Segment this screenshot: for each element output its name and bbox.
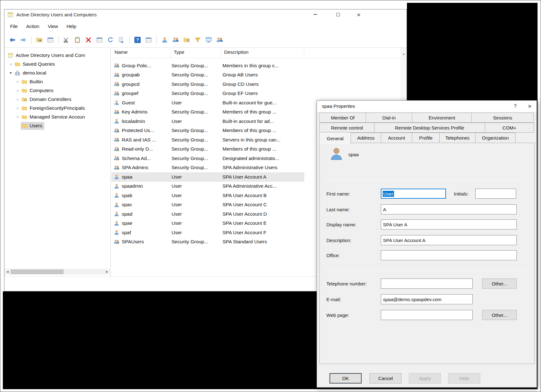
list-row[interactable]: Group Polic...Security Group...Members i…: [111, 61, 304, 70]
list-row[interactable]: spaeUserSPA User Account E: [111, 219, 304, 228]
list-row[interactable]: spacUserSPA User Account C: [111, 200, 304, 210]
back-icon[interactable]: [8, 35, 17, 45]
tab-general[interactable]: General: [319, 132, 351, 144]
list-row[interactable]: groupcdSecurity Group...Group CD Users: [111, 80, 304, 89]
list-row[interactable]: Key AdminsSecurity Group...Members of th…: [111, 108, 304, 117]
close-button[interactable]: ×: [351, 9, 367, 19]
cancel-button[interactable]: Cancel: [369, 373, 402, 384]
office-input[interactable]: [381, 250, 517, 260]
user-group-icon[interactable]: [215, 35, 224, 45]
forward-icon[interactable]: [19, 35, 28, 45]
expand-chevron-icon[interactable]: >: [8, 62, 14, 67]
telephone-other-button[interactable]: Other...: [482, 279, 517, 289]
menu-view[interactable]: View: [48, 24, 58, 29]
new-ou-icon[interactable]: [182, 35, 191, 45]
email-input[interactable]: spaa@demo.spaopdev.com: [381, 294, 473, 304]
tab-member-of[interactable]: Member Of: [319, 113, 366, 123]
tab-remote-desktop-services-profile[interactable]: Remote Desktop Services Profile: [374, 123, 485, 133]
tree-item[interactable]: ▾demo.local: [4, 69, 110, 77]
dialog-close-button[interactable]: ×: [523, 101, 536, 111]
show-console-tree-icon[interactable]: [35, 35, 44, 45]
console-window-2-icon[interactable]: [144, 35, 153, 45]
expand-chevron-icon[interactable]: >: [14, 106, 21, 111]
column-header-type[interactable]: Type: [171, 48, 221, 58]
expand-chevron-icon[interactable]: >: [14, 97, 21, 102]
tab-account[interactable]: Account: [381, 133, 412, 143]
paste-icon[interactable]: [73, 35, 82, 45]
list-row[interactable]: spaaUserSPA User Account A: [111, 172, 304, 182]
column-header-name[interactable]: Name: [111, 48, 171, 58]
last-name-input[interactable]: A: [381, 204, 517, 214]
maximize-button[interactable]: [330, 9, 346, 19]
help-button[interactable]: Help: [448, 373, 480, 384]
row-type: Security Group...: [171, 156, 221, 161]
tree-item[interactable]: Users: [4, 121, 110, 130]
tab-profile[interactable]: Profile: [412, 133, 440, 143]
tab-telephones[interactable]: Telephones: [439, 133, 476, 143]
list-row[interactable]: groupabSecurity Group...Group AB Users: [111, 70, 304, 80]
export-list-icon[interactable]: [117, 35, 126, 45]
filter-icon[interactable]: [193, 35, 202, 45]
menu-action[interactable]: Action: [26, 24, 39, 29]
list-row[interactable]: GuestUserBuilt-in account for gue...: [111, 98, 304, 108]
expand-chevron-icon[interactable]: >: [14, 80, 21, 84]
apply-button[interactable]: Apply: [409, 373, 441, 384]
tree-item[interactable]: >ForeignSecurityPrincipals: [4, 104, 110, 113]
refresh-icon[interactable]: [106, 35, 115, 45]
scroll-left-icon[interactable]: ◀: [5, 269, 10, 275]
list-row[interactable]: spadUserSPA User Account D: [111, 209, 304, 219]
console-window-icon[interactable]: [46, 35, 55, 45]
tree-item[interactable]: >Saved Queries: [4, 60, 110, 69]
computer-icon[interactable]: [204, 35, 213, 45]
initials-input[interactable]: [475, 189, 516, 199]
webpage-input[interactable]: [381, 310, 473, 320]
webpage-other-button[interactable]: Other...: [482, 310, 517, 320]
menu-file[interactable]: File: [10, 24, 18, 29]
description-input[interactable]: SPA User Account A: [381, 235, 517, 245]
expand-chevron-icon[interactable]: >: [14, 88, 21, 93]
tab-address[interactable]: Address: [351, 133, 381, 143]
ok-button[interactable]: OK: [330, 373, 362, 384]
menu-help[interactable]: Help: [66, 24, 76, 29]
tree-item[interactable]: >Managed Service Accoun: [4, 113, 110, 121]
list-row[interactable]: groupefSecurity Group...Group EF Users: [111, 89, 304, 98]
tab-com-[interactable]: COM+: [485, 123, 534, 133]
tree-item[interactable]: >Domain Controllers: [4, 95, 110, 104]
list-row[interactable]: Read-only D...Security Group...Members o…: [111, 145, 304, 154]
minimize-button[interactable]: [307, 9, 323, 19]
tree-horizontal-scrollbar[interactable]: ◀ ▶: [4, 269, 110, 275]
tab-dial-in[interactable]: Dial-in: [366, 113, 412, 123]
help-icon[interactable]: ?: [133, 35, 142, 45]
new-user-icon[interactable]: [160, 35, 169, 45]
cut-icon[interactable]: [62, 35, 71, 45]
column-header-description[interactable]: Description: [221, 48, 304, 58]
display-name-input[interactable]: SPA User A: [381, 219, 517, 229]
list-row[interactable]: RAS and IAS ...Security Group...Servers …: [111, 135, 304, 145]
list-row[interactable]: Protected Us...Security Group...Members …: [111, 126, 304, 135]
list-row[interactable]: Schema Ad...Security Group...Designated …: [111, 154, 304, 163]
list-row[interactable]: localadminUserBuilt-in account for ad...: [111, 117, 304, 126]
collapse-chevron-icon[interactable]: ▾: [8, 71, 14, 75]
list-row[interactable]: spafUserSPA User Account F: [111, 228, 304, 237]
new-group-icon[interactable]: [171, 35, 180, 45]
tree-item[interactable]: Active Directory Users and Com: [4, 51, 110, 60]
scroll-right-icon[interactable]: ▶: [104, 269, 110, 275]
scrollbar-thumb[interactable]: [11, 269, 64, 274]
tree-item[interactable]: >Builtin: [4, 77, 110, 86]
tab-organization[interactable]: Organization: [475, 133, 516, 143]
list-row[interactable]: SPAUsersSecurity Group...SPA Standard Us…: [111, 237, 304, 247]
expand-chevron-icon[interactable]: >: [14, 115, 21, 119]
scroll-up-icon[interactable]: ▲: [401, 51, 407, 57]
tab-sessions[interactable]: Sessions: [471, 113, 534, 123]
telephone-input[interactable]: [381, 279, 473, 289]
tab-environment[interactable]: Environment: [412, 113, 472, 123]
list-row[interactable]: spabUserSPA User Account B: [111, 191, 304, 200]
delete-icon[interactable]: [84, 35, 93, 45]
dialog-help-button[interactable]: ?: [508, 101, 522, 111]
properties-window-icon[interactable]: [95, 35, 104, 45]
list-row[interactable]: SPA AdminsSecurity Group...SPA Administr…: [111, 163, 304, 173]
tree-item[interactable]: >Computers: [4, 86, 110, 95]
first-name-input[interactable]: User: [381, 189, 446, 199]
list-row[interactable]: spaadminUserSPA Administrative Acc...: [111, 182, 304, 191]
tab-remote-control[interactable]: Remote control: [319, 123, 375, 133]
